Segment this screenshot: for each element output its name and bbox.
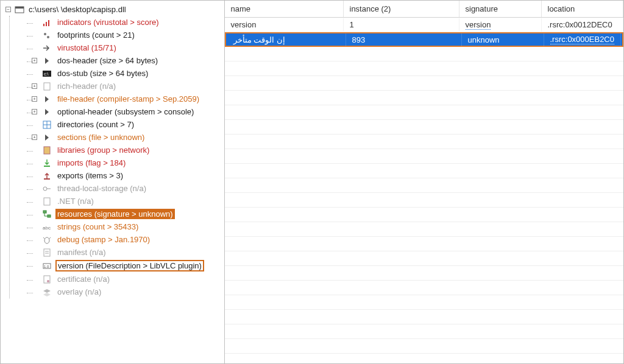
file-path: c:\users\ \desktop\capisp.dll <box>27 4 128 15</box>
svg-rect-4 <box>48 20 49 26</box>
column-header-name[interactable]: name <box>225 1 344 17</box>
leaf-marker <box>32 122 37 127</box>
tree-item-dos-header[interactable]: +dos-header (size > 64 bytes) <box>32 55 223 66</box>
svg-point-5 <box>44 33 46 35</box>
cell-location: .rsrc:0x000EB2C0 <box>544 33 622 46</box>
tree-item-label: overlay (n/a) <box>55 287 103 297</box>
tree-item-sections[interactable]: +sections (file > unknown) <box>32 132 223 142</box>
tree-item-certificate[interactable]: certificate (n/a) <box>32 274 223 284</box>
link-location[interactable]: .rsrc:0x000EB2C0 <box>550 35 615 44</box>
leaf-marker <box>32 71 37 76</box>
svg-rect-14 <box>44 166 50 167</box>
leaf-marker <box>32 276 37 282</box>
cert-icon <box>42 275 52 284</box>
link-signature[interactable]: version <box>466 20 491 30</box>
tree-item-label: thread-local-storage (n/a) <box>55 183 148 194</box>
leaf-marker <box>32 160 37 166</box>
tree-item-label: file-header (compiler-stamp > Sep.2059) <box>55 94 201 104</box>
svg-line-23 <box>43 237 44 239</box>
svg-rect-3 <box>46 22 47 26</box>
grid-icon <box>42 120 52 130</box>
tree-item-dotnet[interactable]: .NET (n/a) <box>32 196 223 206</box>
tree-item-dos-stub[interactable]: c:\dos-stub (size > 64 bytes) <box>32 68 223 79</box>
tree-item-label: dos-stub (size > 64 bytes) <box>55 68 150 79</box>
arrow-icon <box>42 43 52 53</box>
tree-item-version[interactable]: 1.0version (FileDescription > LibVLC plu… <box>32 260 223 271</box>
ver-icon: 1.0 <box>42 261 52 271</box>
column-header-instance[interactable]: instance (2) <box>344 1 459 17</box>
key-icon <box>42 184 52 194</box>
abc-icon: abc <box>42 222 52 232</box>
collapse-icon[interactable]: − <box>5 7 11 12</box>
tree-item-footprints[interactable]: footprints (count > 21) <box>32 30 223 40</box>
svg-point-16 <box>43 187 47 191</box>
tree-item-overlay[interactable]: overlay (n/a) <box>32 287 223 297</box>
doc-icon <box>42 248 52 257</box>
caret-icon <box>42 133 52 142</box>
tree-item-label: dos-header (size > 64 bytes) <box>55 55 160 66</box>
svg-rect-20 <box>48 215 51 217</box>
tree-item-virustotal[interactable]: virustotal (15/71) <box>32 43 223 53</box>
expand-icon[interactable]: + <box>32 58 37 63</box>
tree-item-indicators[interactable]: indicators (virustotal > score) <box>32 17 223 27</box>
tree-item-file-header[interactable]: +file-header (compiler-stamp > Sep.2059) <box>32 94 223 104</box>
import-icon <box>42 158 52 168</box>
svg-point-6 <box>47 36 49 38</box>
column-header-location[interactable]: location <box>542 1 624 17</box>
leaf-marker <box>32 45 37 51</box>
svg-text:c:\: c:\ <box>44 72 48 76</box>
tree-item-libraries[interactable]: libraries (group > network) <box>32 145 223 155</box>
tree-item-rich-header[interactable]: +rich-header (n/a) <box>32 81 223 91</box>
svg-rect-9 <box>44 83 50 90</box>
svg-rect-18 <box>44 198 50 205</box>
tree-item-strings[interactable]: abcstrings (count > 35433) <box>32 222 223 232</box>
cell-name: version <box>225 18 344 31</box>
tree-item-label: resources (signature > unknown) <box>55 209 175 219</box>
leaf-marker <box>32 289 37 295</box>
expand-icon[interactable]: + <box>32 109 37 114</box>
page-icon <box>42 82 52 91</box>
tree-item-label: manifest (n/a) <box>55 247 107 257</box>
svg-line-24 <box>49 237 51 239</box>
bug-icon <box>42 235 52 245</box>
table-row[interactable]: version1version.rsrc:0x0012DEC0 <box>225 18 624 32</box>
layers-icon <box>42 287 52 297</box>
table-row[interactable]: إن الوقت متأخر893unknown.rsrc:0x000EB2C0 <box>225 32 624 47</box>
tree-item-manifest[interactable]: manifest (n/a) <box>32 247 223 257</box>
terminal-icon: c:\ <box>42 69 52 79</box>
tree-item-label: libraries (group > network) <box>55 145 151 155</box>
leaf-marker <box>32 32 37 38</box>
tree-item-resources[interactable]: resources (signature > unknown) <box>32 209 223 219</box>
expand-icon[interactable]: + <box>32 96 37 102</box>
cell-location: .rsrc:0x0012DEC0 <box>542 18 624 31</box>
leaf-marker <box>32 198 37 204</box>
leaf-marker <box>32 237 37 242</box>
svg-text:1.0: 1.0 <box>44 265 49 268</box>
tree-item-directories[interactable]: directories (count > 7) <box>32 119 223 130</box>
tree-item-label: exports (items > 3) <box>55 170 125 181</box>
tree-item-imports[interactable]: imports (flag > 184) <box>32 158 223 168</box>
tree-item-label: virustotal (15/71) <box>55 43 118 53</box>
export-icon <box>42 171 52 181</box>
tree-item-label: strings (count > 35433) <box>55 222 140 232</box>
app-icon <box>15 5 24 15</box>
tree-item-label: indicators (virustotal > score) <box>55 17 161 27</box>
table-header-row: name instance (2) signature location <box>225 1 624 18</box>
tree-item-tls[interactable]: thread-local-storage (n/a) <box>32 183 223 194</box>
tree-pane: − c:\users\ \desktop\capisp.dll indicato… <box>1 1 225 363</box>
book-icon <box>42 145 52 155</box>
leaf-marker <box>32 19 37 25</box>
cell-name: إن الوقت متأخر <box>227 33 346 46</box>
tree-item-debug[interactable]: debug (stamp > Jan.1970) <box>32 234 223 245</box>
tree-item-opt-header[interactable]: +optional-header (subsystem > console) <box>32 107 223 117</box>
expand-icon[interactable]: + <box>32 83 37 89</box>
column-header-signature[interactable]: signature <box>459 1 542 17</box>
leaf-marker <box>32 263 37 268</box>
bars-icon <box>42 18 52 27</box>
leaf-marker <box>32 211 37 217</box>
svg-text:abc: abc <box>43 225 51 231</box>
tree-item-exports[interactable]: exports (items > 3) <box>32 170 223 181</box>
svg-rect-19 <box>43 211 46 213</box>
tree-root-row[interactable]: − c:\users\ \desktop\capisp.dll <box>4 3 223 16</box>
expand-icon[interactable]: + <box>32 135 37 140</box>
